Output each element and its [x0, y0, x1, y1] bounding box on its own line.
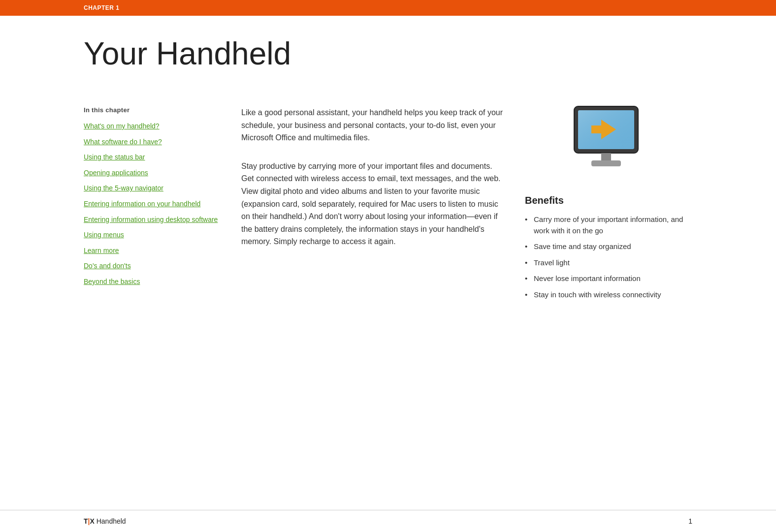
toc-link-desktop-software[interactable]: Entering information using desktop softw… — [84, 215, 222, 225]
top-bar: CHAPTER 1 — [0, 0, 776, 16]
device-icon — [559, 101, 658, 180]
content-grid: In this chapter What's on my handheld? W… — [84, 101, 692, 305]
main-content: Your Handheld In this chapter What's on … — [0, 16, 776, 305]
benefit-item-2: Save time and stay organized — [525, 241, 692, 252]
footer: T|X Handheld 1 — [0, 510, 776, 532]
toc-heading: In this chapter — [84, 106, 222, 114]
toc-link-opening-apps[interactable]: Opening applications — [84, 168, 222, 178]
toc-link-learn-more[interactable]: Learn more — [84, 246, 222, 256]
toc-link-navigator[interactable]: Using the 5-way navigator — [84, 184, 222, 193]
benefits-section: Benefits Carry more of your important in… — [525, 195, 692, 300]
benefit-item-4: Never lose important information — [525, 273, 692, 284]
toc-link-menus[interactable]: Using menus — [84, 230, 222, 240]
footer-brand-x: X — [90, 517, 94, 525]
toc-link-whats-on[interactable]: What's on my handheld? — [84, 122, 222, 131]
toc-link-beyond-basics[interactable]: Beyond the basics — [84, 277, 222, 287]
benefits-title: Benefits — [525, 195, 692, 206]
benefit-item-5: Stay in touch with wireless connectivity — [525, 289, 692, 301]
page-title: Your Handheld — [84, 16, 692, 101]
toc-column: In this chapter What's on my handheld? W… — [84, 101, 222, 293]
chapter-label: CHAPTER 1 — [84, 4, 120, 11]
toc-link-software[interactable]: What software do I have? — [84, 137, 222, 147]
footer-brand: T|X Handheld — [84, 517, 126, 525]
svg-rect-5 — [591, 160, 621, 166]
footer-brand-tx: T — [84, 517, 88, 525]
footer-brand-name: Handheld — [95, 517, 126, 525]
body-paragraph-1: Like a good personal assistant, your han… — [241, 106, 505, 144]
benefits-list: Carry more of your important information… — [525, 214, 692, 300]
benefit-item-3: Travel light — [525, 257, 692, 269]
body-column: Like a good personal assistant, your han… — [241, 101, 505, 264]
body-paragraph-2: Stay productive by carrying more of your… — [241, 160, 505, 248]
toc-link-dos-donts[interactable]: Do's and don'ts — [84, 261, 222, 271]
footer-page-number: 1 — [688, 517, 692, 525]
right-column: Benefits Carry more of your important in… — [525, 101, 692, 305]
toc-link-entering-info[interactable]: Entering information on your handheld — [84, 199, 222, 209]
benefit-item-1: Carry more of your important information… — [525, 214, 692, 236]
device-icon-wrapper — [525, 101, 692, 180]
toc-link-status-bar[interactable]: Using the status bar — [84, 153, 222, 162]
